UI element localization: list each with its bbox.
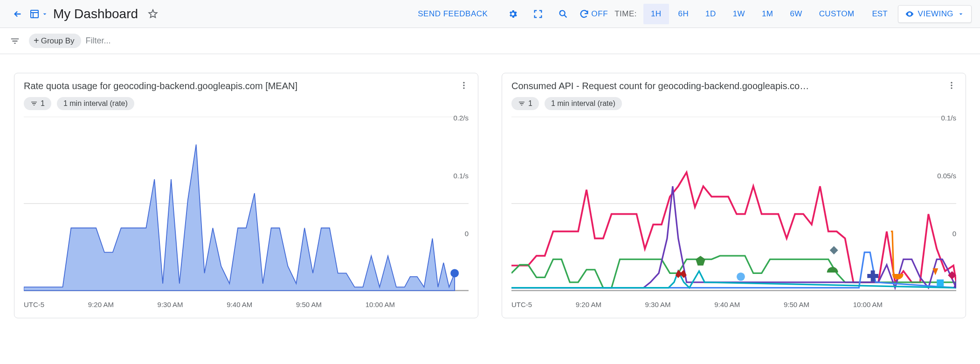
time-tab-custom[interactable]: CUSTOM [812,4,862,24]
svg-point-3 [463,84,464,86]
x-tick: 9:30 AM [158,301,183,308]
svg-point-8 [450,269,459,277]
x-tick: 9:20 AM [576,301,601,308]
chart-plot-area[interactable]: 0.1/s 0.05/s 0 [511,117,956,308]
interval-label: 1 min interval (rate) [63,99,128,108]
chart-interval-chip[interactable]: 1 min interval (rate) [57,97,134,110]
chart-plot-area[interactable]: 0.2/s 0.1/s 0 UTC-5 9:20 AM 9:30 AM 9:40… [24,117,469,308]
refresh-icon [579,9,589,19]
svg-marker-15 [696,256,705,266]
kebab-icon [459,81,469,90]
x-tick: 9:40 AM [227,301,252,308]
line-chart-svg [511,117,956,298]
back-button[interactable] [8,5,27,23]
gear-icon [508,9,518,19]
svg-rect-0 [31,10,38,18]
zoom-icon [558,9,568,19]
area-chart-svg [24,117,469,298]
caret-down-icon [957,10,965,18]
filter-list-icon [518,100,525,107]
time-tab-1d[interactable]: 1D [698,4,724,24]
groupby-label: Group By [41,36,75,46]
svg-rect-18 [937,280,944,287]
x-tz: UTC-5 [511,301,532,308]
filter-list-icon [30,100,38,107]
y-tick: 0.05/s [937,172,956,180]
interval-label: 1 min interval (rate) [551,99,615,108]
x-tick: 9:20 AM [88,301,114,308]
chart-filter-chip[interactable]: 1 [511,97,539,110]
chart-card-request-count: Consumed API - Request count for geocodi… [502,73,966,318]
groupby-chip[interactable]: + Group By [29,34,81,48]
svg-point-9 [951,82,952,84]
filter-count: 1 [528,99,532,108]
dashboard-selector[interactable] [29,8,48,20]
star-icon [148,9,158,19]
chart-filter-chip[interactable]: 1 [24,97,51,110]
mode-selector[interactable]: VIEWING [898,5,972,23]
x-tick: 9:50 AM [296,301,322,308]
x-tick: 9:30 AM [645,301,671,308]
svg-point-16 [737,273,745,281]
x-tick: 9:50 AM [784,301,809,308]
eye-icon [905,9,914,19]
settings-button[interactable] [504,5,522,23]
chart-menu-button[interactable] [459,81,469,91]
favorite-button[interactable] [144,5,162,23]
y-tick: 0.1/s [941,114,956,122]
charts-container: Rate quota usage for geocoding-backend.g… [0,54,980,337]
y-tick: 0 [465,230,469,238]
time-tab-1m[interactable]: 1M [754,4,780,24]
mode-label: VIEWING [918,9,953,19]
filter-count: 1 [41,99,45,108]
y-tick: 0.1/s [453,172,469,180]
filter-icon-button[interactable] [6,32,24,50]
time-range-tabs: 1H 6H 1D 1W 1M 6W CUSTOM [643,4,862,24]
page-title: My Dashboard [53,7,138,21]
chart-interval-chip[interactable]: 1 min interval (rate) [545,97,622,110]
refresh-state: OFF [591,9,608,19]
y-tick: 0.2/s [453,114,469,122]
time-tab-6w[interactable]: 6W [782,4,809,24]
arrow-left-icon [13,9,23,19]
time-tab-1h[interactable]: 1H [643,4,669,24]
chart-title: Consumed API - Request count for geocodi… [511,81,814,91]
send-feedback-link[interactable]: SEND FEEDBACK [418,9,488,19]
x-tick: 10:00 AM [366,301,395,308]
y-tick: 0 [952,230,956,238]
fullscreen-icon [533,9,543,19]
time-label: TIME: [614,9,637,19]
chart-menu-button[interactable] [947,81,956,91]
filter-bar: + Group By [0,28,980,54]
timezone-selector[interactable]: EST [872,9,887,19]
svg-point-11 [951,87,952,89]
fullscreen-button[interactable] [529,5,547,23]
app-header: My Dashboard SEND FEEDBACK OFF TIME: 1H … [0,0,980,28]
x-tick: 9:40 AM [714,301,740,308]
filter-list-icon [10,36,20,46]
x-tz: UTC-5 [24,301,44,308]
kebab-icon [947,81,956,90]
filter-input[interactable] [86,36,179,46]
time-tab-1w[interactable]: 1W [725,4,752,24]
auto-refresh-toggle[interactable]: OFF [579,9,608,19]
dashboard-icon [29,8,40,20]
time-tab-6h[interactable]: 6H [671,4,697,24]
svg-point-2 [463,82,464,84]
chart-card-rate-quota: Rate quota usage for geocoding-backend.g… [14,73,478,318]
chart-title: Rate quota usage for geocoding-backend.g… [24,81,302,91]
svg-point-10 [951,84,952,86]
caret-down-icon [41,10,48,18]
svg-point-4 [463,87,464,89]
x-tick: 10:00 AM [853,301,883,308]
zoom-button[interactable] [554,5,573,23]
plus-icon: + [34,35,39,46]
